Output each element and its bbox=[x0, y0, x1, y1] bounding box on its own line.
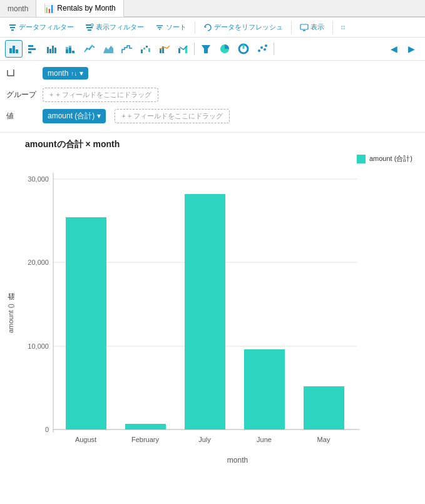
combo-button[interactable] bbox=[155, 40, 173, 58]
svg-rect-0 bbox=[9, 24, 16, 26]
svg-rect-18 bbox=[54, 48, 56, 53]
svg-rect-27 bbox=[148, 48, 150, 52]
fields-area: month ↑↓ ▾ グループ + + フィールドをここにドラッグ 値 amou… bbox=[0, 61, 425, 133]
bar-chart-button[interactable] bbox=[5, 40, 23, 58]
separator bbox=[195, 21, 195, 34]
svg-point-37 bbox=[264, 48, 266, 51]
svg-rect-23 bbox=[72, 51, 74, 53]
bar-july[interactable] bbox=[185, 194, 225, 429]
svg-rect-2 bbox=[11, 29, 14, 31]
svg-rect-24 bbox=[141, 49, 143, 53]
expand-button[interactable] bbox=[337, 21, 349, 34]
amount-field-tag[interactable]: amount (合計) ▾ bbox=[43, 109, 106, 123]
sort-button[interactable]: ソート bbox=[151, 21, 191, 34]
bar-february[interactable] bbox=[125, 424, 166, 429]
sort-icon-btn: ↑↓ bbox=[71, 70, 77, 77]
tab-rentals-label: Rentals by Month bbox=[57, 4, 115, 13]
month-field-tag[interactable]: month ↑↓ ▾ bbox=[43, 67, 88, 80]
chevron-down-icon: ▾ bbox=[79, 69, 83, 78]
svg-rect-10 bbox=[13, 46, 15, 53]
svg-point-36 bbox=[260, 46, 263, 49]
filter-icon bbox=[8, 23, 17, 32]
svg-text:August: August bbox=[75, 436, 96, 443]
legend-label: amount (合計) bbox=[369, 154, 412, 163]
chevron-down-icon2: ▾ bbox=[97, 111, 101, 120]
svg-rect-25 bbox=[143, 48, 145, 49]
month-field-label: month bbox=[48, 69, 68, 78]
svg-rect-13 bbox=[28, 48, 36, 50]
tab-month-label: month bbox=[8, 4, 28, 13]
horiz-bar-button[interactable] bbox=[24, 40, 41, 58]
stacked-bar-button[interactable] bbox=[61, 40, 79, 58]
svg-rect-19 bbox=[66, 49, 68, 53]
svg-text:July: July bbox=[198, 436, 211, 443]
bar-june[interactable] bbox=[244, 349, 285, 429]
refresh-button[interactable]: データをリフレッシュ bbox=[199, 21, 287, 34]
legend: amount (合計) bbox=[357, 154, 412, 163]
svg-point-38 bbox=[265, 44, 267, 47]
icon-sep2 bbox=[274, 43, 274, 55]
chart-wrapper: amount (合計) amount (合計) 30,000 20,000 10… bbox=[0, 154, 425, 465]
funnel-button[interactable] bbox=[197, 40, 215, 58]
x-axis-row: month ↑↓ ▾ bbox=[6, 64, 419, 82]
svg-rect-22 bbox=[69, 46, 71, 48]
tab-month[interactable]: month bbox=[0, 0, 36, 17]
next-arrow[interactable]: ▶ bbox=[402, 40, 420, 58]
nav-arrows: ◀ ▶ bbox=[385, 40, 420, 58]
donut-button[interactable] bbox=[235, 40, 252, 58]
value-drop-zone[interactable]: + + フィールドをここにドラッグ bbox=[115, 109, 230, 123]
svg-rect-16 bbox=[49, 49, 51, 53]
data-filter-button[interactable]: データフィルター bbox=[4, 21, 78, 34]
chart-svg: 30,000 20,000 10,000 0 August bbox=[19, 154, 382, 455]
svg-rect-4 bbox=[86, 27, 93, 28]
display-button[interactable]: 表示 bbox=[295, 21, 329, 34]
area-chart-button[interactable] bbox=[99, 40, 116, 58]
expand-icon bbox=[341, 23, 345, 32]
svg-text:February: February bbox=[131, 436, 160, 443]
svg-rect-12 bbox=[28, 45, 33, 47]
dual-axis-button[interactable] bbox=[174, 40, 192, 58]
value-row: 値 amount (合計) ▾ + + フィールドをここにドラッグ bbox=[6, 107, 419, 125]
svg-rect-5 bbox=[88, 29, 91, 31]
svg-text:30,000: 30,000 bbox=[28, 175, 49, 183]
svg-rect-8 bbox=[303, 30, 305, 31]
group-drop-zone[interactable]: + + フィールドをここにドラッグ bbox=[43, 88, 158, 102]
x-axis-label: month bbox=[50, 455, 425, 465]
display-filter-icon bbox=[85, 23, 94, 32]
display-icon bbox=[300, 23, 309, 32]
bar-august[interactable] bbox=[66, 217, 106, 429]
tab-rentals-by-month[interactable]: 📊 Rentals by Month bbox=[36, 0, 123, 17]
separator2 bbox=[291, 21, 292, 34]
y-axis-label: amount (合計) bbox=[6, 285, 19, 333]
svg-text:10,000: 10,000 bbox=[28, 342, 49, 350]
chart-type-row: ◀ ▶ bbox=[0, 38, 425, 61]
svg-text:June: June bbox=[257, 436, 272, 443]
svg-rect-1 bbox=[10, 27, 15, 28]
bar-may[interactable] bbox=[304, 386, 344, 429]
amount-field-label: amount (合計) bbox=[48, 111, 95, 121]
step-chart-button[interactable] bbox=[118, 40, 135, 58]
svg-rect-14 bbox=[28, 51, 31, 53]
svg-rect-15 bbox=[47, 47, 49, 53]
svg-rect-17 bbox=[52, 46, 54, 53]
waterfall-button[interactable] bbox=[136, 40, 154, 58]
plus-icon2: + bbox=[121, 112, 127, 120]
chart-container: amountの合計 × month amount (合計) amount (合計… bbox=[0, 133, 425, 465]
svg-rect-11 bbox=[16, 49, 18, 53]
pie-chart-button[interactable] bbox=[216, 40, 233, 58]
svg-marker-32 bbox=[202, 45, 210, 53]
svg-rect-20 bbox=[66, 47, 68, 49]
grouped-bar-button[interactable] bbox=[43, 40, 60, 58]
group-label: グループ bbox=[6, 90, 38, 100]
scatter-button[interactable] bbox=[253, 40, 271, 58]
svg-rect-7 bbox=[300, 24, 308, 29]
display-filter-button[interactable]: 表示フィルター bbox=[81, 21, 148, 34]
line-area-button[interactable] bbox=[80, 40, 98, 58]
prev-arrow[interactable]: ◀ bbox=[385, 40, 402, 58]
svg-text:0: 0 bbox=[45, 426, 49, 433]
svg-rect-21 bbox=[69, 48, 71, 53]
legend-color-swatch bbox=[357, 155, 366, 163]
svg-rect-26 bbox=[146, 46, 148, 48]
svg-rect-9 bbox=[9, 48, 12, 53]
icon-sep1 bbox=[194, 43, 195, 55]
